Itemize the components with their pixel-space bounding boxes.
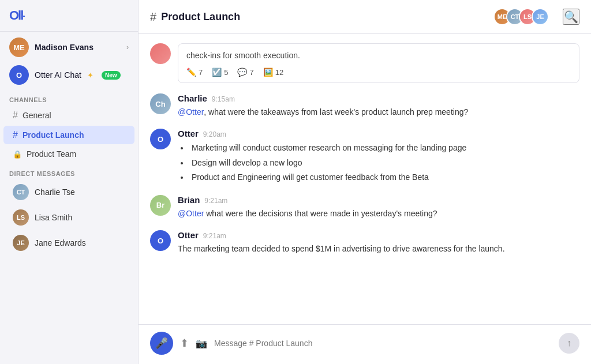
header-member-avatars[interactable]: ME CT LS JE	[493, 8, 549, 25]
reaction-image: 🖼️ 12	[263, 67, 283, 77]
hash-icon: #	[13, 110, 18, 121]
avatar: LS	[13, 209, 29, 226]
check-icon: ☑️	[212, 67, 222, 77]
comment-icon: 💬	[237, 67, 247, 77]
message-body: Charlie 9:15am @Otter, what were the tak…	[178, 93, 579, 118]
message-header: Charlie 9:15am	[178, 93, 579, 103]
main-header: # Product Launch ME CT LS JE 🔍	[139, 0, 591, 34]
avatar-otter: O	[150, 230, 171, 251]
message-otter-2: O Otter 9:21am The marketing team decide…	[150, 230, 579, 255]
mic-icon: 🎤	[155, 337, 168, 350]
message-header: Otter 9:20am	[178, 129, 579, 138]
message-text-after: , what were the takeaways from last week…	[204, 107, 468, 117]
message-time: 9:21am	[204, 197, 227, 205]
message-body: Otter 9:21am The marketing team decided …	[178, 230, 579, 255]
message-charlie: Ch Charlie 9:15am @Otter, what were the …	[150, 93, 579, 118]
main-panel: # Product Launch ME CT LS JE 🔍 check-ins…	[139, 0, 591, 364]
mic-button[interactable]: 🎤	[150, 332, 173, 355]
logo-icon: Oll···	[9, 8, 24, 23]
preview-body: check-ins for smooth execution. ✏️ 7 ☑️ …	[178, 43, 579, 83]
message-header: Brian 9:21am	[178, 195, 579, 205]
reaction-edit: ✏️ 7	[186, 67, 203, 77]
avatar-brian: Br	[150, 195, 171, 216]
sidebar-username: Madison Evans	[35, 43, 93, 52]
reaction-count: 12	[275, 68, 283, 77]
reaction-count: 5	[224, 68, 228, 77]
logo: Oll···	[9, 8, 24, 23]
preview-card: check-ins for smooth execution. ✏️ 7 ☑️ …	[178, 43, 579, 83]
dm-charlie[interactable]: CT Charlie Tse	[3, 180, 134, 204]
reaction-count: 7	[249, 68, 253, 77]
avatar-otter: O	[150, 129, 171, 149]
channels-section-label: Channels	[0, 89, 138, 106]
sidebar-item-product-launch[interactable]: # Product Launch	[3, 126, 134, 144]
new-badge: New	[102, 71, 121, 80]
avatar: ME	[9, 37, 29, 57]
send-button[interactable]: ↑	[559, 333, 579, 354]
dm-name: Jane Edwards	[35, 238, 86, 247]
message-time: 9:15am	[212, 95, 235, 103]
message-header: Otter 9:21am	[178, 230, 579, 240]
send-icon: ↑	[567, 338, 571, 348]
reactions: ✏️ 7 ☑️ 5 💬 7 🖼️ 12	[186, 67, 571, 77]
message-brian: Br Brian 9:21am @Otter what were the dec…	[150, 195, 579, 220]
sidebar-header: Oll···	[0, 0, 138, 32]
messages-list: check-ins for smooth execution. ✏️ 7 ☑️ …	[139, 34, 591, 324]
message-text: The marketing team decided to spend $1M …	[178, 242, 579, 255]
image-icon: 🖼️	[263, 67, 273, 77]
message-author: Otter	[178, 230, 199, 240]
edit-icon: ✏️	[186, 67, 196, 77]
dm-name: Charlie Tse	[35, 187, 75, 197]
message-input-area: 🎤 ⬆ 📷 ↑	[139, 324, 591, 364]
reaction-check: ☑️ 5	[212, 67, 228, 77]
sidebar-item-general[interactable]: # General	[3, 106, 134, 125]
dm-section-label: Direct messages	[0, 163, 138, 179]
sidebar-item-label: Product Team	[27, 149, 76, 159]
video-button[interactable]: 📷	[196, 338, 207, 349]
hash-icon: #	[13, 130, 18, 140]
message-author: Charlie	[178, 93, 207, 103]
reaction-comment: 💬 7	[237, 67, 253, 77]
avatar: CT	[13, 184, 29, 200]
dm-name: Lisa Smith	[35, 213, 72, 222]
sidebar-user[interactable]: ME Madison Evans ›	[0, 32, 138, 61]
sidebar-item-label: Product Launch	[23, 130, 84, 140]
upload-icon: ⬆	[180, 337, 189, 349]
avatar: JE	[13, 235, 29, 251]
bullet-list: Marketing will conduct customer research…	[178, 141, 579, 185]
sidebar-item-label: General	[23, 111, 51, 120]
message-time: 9:20am	[203, 130, 226, 138]
message-text: @Otter what were the decisions that were…	[178, 207, 579, 220]
mention: @Otter	[178, 209, 204, 218]
message-otter-1: O Otter 9:20am Marketing will conduct cu…	[150, 129, 579, 185]
sidebar: Oll··· ME Madison Evans › O Otter AI Cha…	[0, 0, 139, 364]
channel-title: Product Launch	[161, 11, 489, 23]
channel-hash-icon: #	[150, 10, 156, 24]
otter-ai-avatar: O	[9, 65, 29, 85]
reaction-count: 7	[199, 68, 203, 77]
preview-text: check-ins for smooth execution.	[186, 50, 571, 62]
preview-message: check-ins for smooth execution. ✏️ 7 ☑️ …	[150, 43, 579, 83]
list-item: Product and Engineering will get custome…	[189, 170, 579, 185]
list-item: Marketing will conduct customer research…	[189, 141, 579, 155]
sidebar-item-product-team[interactable]: 🔒 Product Team	[3, 145, 134, 163]
search-button[interactable]: 🔍	[563, 9, 579, 25]
message-text: @Otter, what were the takeaways from las…	[178, 106, 579, 118]
chevron-right-icon: ›	[126, 43, 129, 51]
video-icon: 📷	[196, 339, 207, 348]
message-input[interactable]	[214, 339, 552, 348]
dm-jane[interactable]: JE Jane Edwards	[3, 231, 134, 255]
dm-lisa[interactable]: LS Lisa Smith	[3, 205, 134, 230]
otter-ai-label: Otter AI Chat	[35, 70, 81, 80]
otter-ai-chat-item[interactable]: O Otter AI Chat ✦ New	[0, 61, 138, 89]
message-author: Otter	[178, 129, 199, 138]
message-body: Brian 9:21am @Otter what were the decisi…	[178, 195, 579, 220]
upload-button[interactable]: ⬆	[180, 337, 189, 350]
sparkle-icon: ✦	[87, 71, 93, 80]
message-author: Brian	[178, 195, 200, 205]
avatar	[150, 43, 171, 64]
list-item: Design will develop a new logo	[189, 156, 579, 170]
lock-icon: 🔒	[13, 150, 22, 159]
message-text-after: what were the decisions that were made i…	[204, 209, 437, 218]
mention: @Otter	[178, 107, 204, 117]
